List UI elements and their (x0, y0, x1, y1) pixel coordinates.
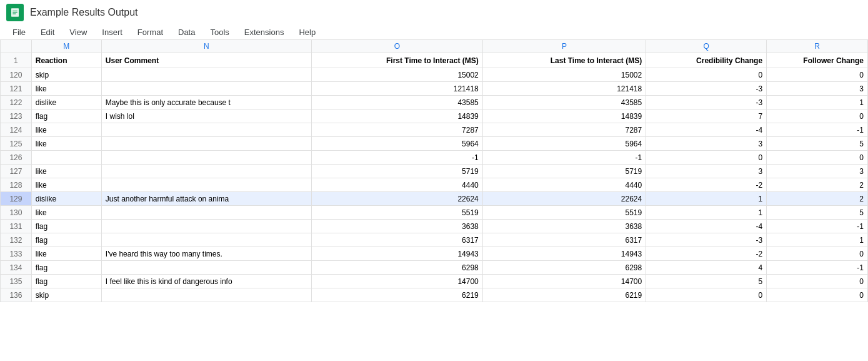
cell-first-time[interactable]: -1 (311, 151, 482, 165)
row-num[interactable]: 122 (1, 96, 32, 109)
cell-comment[interactable]: I wish lol (101, 109, 311, 123)
col-header-o[interactable]: O (311, 40, 482, 53)
cell-comment[interactable] (101, 82, 311, 96)
row-num[interactable]: 128 (1, 178, 32, 192)
cell-follower[interactable]: 0 (767, 68, 868, 82)
cell-last-time[interactable]: 3638 (482, 220, 646, 233)
table-row[interactable]: 132flag63176317-31 (1, 233, 868, 247)
cell-comment[interactable] (101, 137, 311, 151)
cell-reaction[interactable]: flag (31, 233, 101, 247)
cell-last-time[interactable]: 5719 (482, 165, 646, 178)
cell-reaction[interactable]: dislike (31, 192, 101, 206)
cell-cred[interactable]: 5 (646, 275, 767, 288)
header-last-time[interactable]: Last Time to Interact (MS) (482, 53, 646, 68)
cell-follower[interactable]: 0 (767, 288, 868, 302)
cell-last-time[interactable]: 14700 (482, 275, 646, 288)
row-num[interactable]: 134 (1, 261, 32, 275)
cell-reaction[interactable]: flag (31, 109, 101, 123)
cell-follower[interactable]: 2 (767, 192, 868, 206)
cell-comment[interactable] (101, 123, 311, 137)
menu-help[interactable]: Help (292, 25, 322, 39)
cell-cred[interactable]: -4 (646, 123, 767, 137)
cell-comment[interactable] (101, 178, 311, 192)
cell-cred[interactable]: -2 (646, 178, 767, 192)
cell-comment[interactable] (101, 261, 311, 275)
menu-tools[interactable]: Tools (204, 25, 235, 39)
cell-follower[interactable]: 0 (767, 247, 868, 261)
cell-reaction[interactable]: like (31, 123, 101, 137)
row-num[interactable]: 129 (1, 192, 32, 206)
cell-first-time[interactable]: 121418 (311, 82, 482, 96)
table-row[interactable]: 136skip6219621900 (1, 288, 868, 302)
cell-comment[interactable]: Just another harmful attack on anima (101, 192, 311, 206)
cell-reaction[interactable]: like (31, 82, 101, 96)
cell-last-time[interactable]: 6298 (482, 261, 646, 275)
cell-last-time[interactable]: 22624 (482, 192, 646, 206)
table-row[interactable]: 128like44404440-22 (1, 178, 868, 192)
cell-first-time[interactable]: 14839 (311, 109, 482, 123)
menu-data[interactable]: Data (172, 25, 201, 39)
cell-last-time[interactable]: 43585 (482, 96, 646, 109)
col-header-m[interactable]: M (31, 40, 101, 53)
menu-file[interactable]: File (6, 25, 32, 39)
cell-cred[interactable]: 3 (646, 137, 767, 151)
row-num[interactable]: 125 (1, 137, 32, 151)
cell-first-time[interactable]: 14700 (311, 275, 482, 288)
row-num[interactable]: 124 (1, 123, 32, 137)
cell-follower[interactable]: 0 (767, 275, 868, 288)
cell-last-time[interactable]: 15002 (482, 68, 646, 82)
row-num[interactable]: 130 (1, 206, 32, 220)
header-cred-change[interactable]: Credibility Change (646, 53, 767, 68)
cell-follower[interactable]: 3 (767, 165, 868, 178)
cell-follower[interactable]: 0 (767, 151, 868, 165)
cell-comment[interactable] (101, 220, 311, 233)
col-header-r[interactable]: R (767, 40, 868, 53)
cell-last-time[interactable]: 4440 (482, 178, 646, 192)
cell-follower[interactable]: -1 (767, 220, 868, 233)
table-row[interactable]: 126-1-100 (1, 151, 868, 165)
cell-cred[interactable]: 0 (646, 288, 767, 302)
menu-edit[interactable]: Edit (34, 25, 61, 39)
cell-first-time[interactable]: 6298 (311, 261, 482, 275)
cell-first-time[interactable]: 22624 (311, 192, 482, 206)
row-num[interactable]: 121 (1, 82, 32, 96)
cell-first-time[interactable]: 43585 (311, 96, 482, 109)
cell-follower[interactable]: 2 (767, 178, 868, 192)
row-num[interactable]: 123 (1, 109, 32, 123)
cell-first-time[interactable]: 6219 (311, 288, 482, 302)
cell-last-time[interactable]: 5964 (482, 137, 646, 151)
header-reaction[interactable]: Reaction (31, 53, 101, 68)
cell-reaction[interactable]: flag (31, 275, 101, 288)
cell-reaction[interactable] (31, 151, 101, 165)
cell-comment[interactable]: I feel like this is kind of dangerous in… (101, 275, 311, 288)
table-row[interactable]: 131flag36383638-4-1 (1, 220, 868, 233)
row-num[interactable]: 126 (1, 151, 32, 165)
cell-follower[interactable]: -1 (767, 261, 868, 275)
cell-follower[interactable]: 0 (767, 109, 868, 123)
row-num[interactable]: 132 (1, 233, 32, 247)
cell-first-time[interactable]: 5719 (311, 165, 482, 178)
cell-comment[interactable] (101, 165, 311, 178)
col-header-p[interactable]: P (482, 40, 646, 53)
table-row[interactable]: 127like5719571933 (1, 165, 868, 178)
col-header-q[interactable]: Q (646, 40, 767, 53)
cell-reaction[interactable]: like (31, 247, 101, 261)
cell-cred[interactable]: 1 (646, 206, 767, 220)
cell-cred[interactable]: -3 (646, 233, 767, 247)
cell-follower[interactable]: 1 (767, 233, 868, 247)
table-row[interactable]: 134flag629862984-1 (1, 261, 868, 275)
cell-last-time[interactable]: 5519 (482, 206, 646, 220)
menu-extensions[interactable]: Extensions (238, 25, 291, 39)
table-row[interactable]: 129dislikeJust another harmful attack on… (1, 192, 868, 206)
cell-comment[interactable] (101, 68, 311, 82)
cell-follower[interactable]: 5 (767, 206, 868, 220)
cell-reaction[interactable]: flag (31, 220, 101, 233)
row-num[interactable]: 127 (1, 165, 32, 178)
table-row[interactable]: 125like5964596435 (1, 137, 868, 151)
cell-comment[interactable] (101, 206, 311, 220)
table-row[interactable]: 135flagI feel like this is kind of dange… (1, 275, 868, 288)
cell-last-time[interactable]: 121418 (482, 82, 646, 96)
cell-follower[interactable]: 5 (767, 137, 868, 151)
cell-reaction[interactable]: flag (31, 261, 101, 275)
cell-cred[interactable]: -3 (646, 82, 767, 96)
